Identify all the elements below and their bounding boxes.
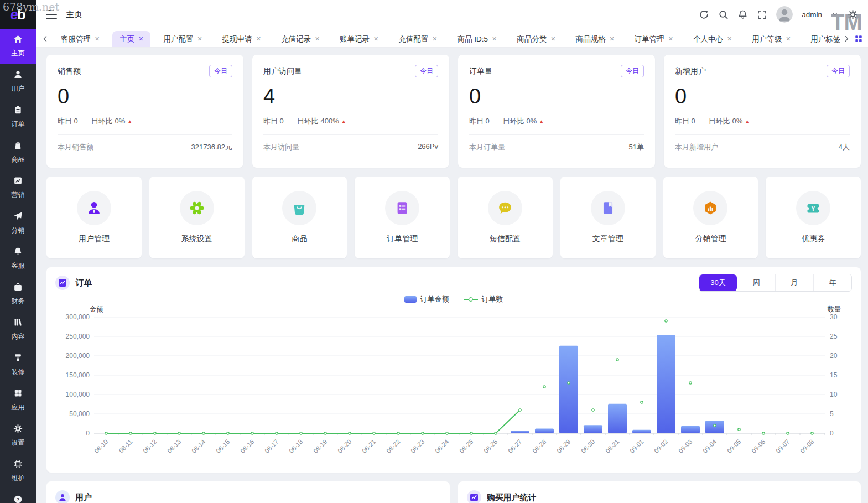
order-clipboard-icon <box>13 105 23 117</box>
stat-footer-label: 本月订单量 <box>469 142 505 152</box>
svg-text:0: 0 <box>830 429 834 437</box>
tab-label: 账单记录 <box>340 34 370 44</box>
quick-action-hex[interactable]: 分销管理 <box>663 177 758 258</box>
user-name[interactable]: admin <box>802 11 822 19</box>
svg-text:09-06: 09-06 <box>750 438 766 454</box>
svg-text:10: 10 <box>830 391 838 398</box>
tab-close-icon[interactable]: ✕ <box>197 36 202 42</box>
sidebar-item-order[interactable]: 订单 <box>0 100 36 135</box>
period-button-0[interactable]: 30天 <box>699 274 737 291</box>
sidebar-item-finance[interactable]: 财务 <box>0 277 36 312</box>
settings-gear-icon[interactable] <box>848 9 858 20</box>
avatar[interactable] <box>776 6 793 23</box>
sidebar-item-survey[interactable]: ?问卷 <box>0 489 36 503</box>
tab-12[interactable]: 用户等级✕ <box>745 31 798 47</box>
legend-order-count[interactable]: 订单数 <box>464 294 503 304</box>
svg-text:200,000: 200,000 <box>66 352 90 360</box>
line-legend-swatch <box>464 299 478 300</box>
tab-close-icon[interactable]: ✕ <box>727 36 732 42</box>
svg-text:50,000: 50,000 <box>69 410 90 418</box>
tab-close-icon[interactable]: ✕ <box>432 36 437 42</box>
period-switcher: 30天周月年 <box>699 274 852 292</box>
quick-action-bag[interactable]: 商品 <box>252 177 347 258</box>
sidebar-item-goods[interactable]: 商品 <box>0 135 36 170</box>
tab-13[interactable]: 用户标签✕ <box>803 31 840 47</box>
svg-text:09-03: 09-03 <box>677 438 693 454</box>
svg-text:20: 20 <box>830 352 838 360</box>
tab-2[interactable]: 用户配置✕ <box>156 31 209 47</box>
tab-11[interactable]: 个人中心✕ <box>686 31 739 47</box>
tab-close-icon[interactable]: ✕ <box>786 36 791 42</box>
search-icon[interactable] <box>718 9 729 20</box>
svg-text:08-18: 08-18 <box>288 438 304 454</box>
apps-grid-icon <box>13 388 23 400</box>
tab-close-icon[interactable]: ✕ <box>315 36 320 42</box>
tab-close-icon[interactable]: ✕ <box>668 36 673 42</box>
tab-9[interactable]: 商品规格✕ <box>568 31 621 47</box>
chevron-down-icon[interactable] <box>831 11 839 18</box>
purchase-stats-panel: 购买用户统计 <box>458 481 861 503</box>
tab-label: 商品规格 <box>575 34 605 44</box>
tab-1[interactable]: 主页✕ <box>112 31 150 47</box>
tabs-scroll-right-icon[interactable] <box>840 30 853 47</box>
period-button-2[interactable]: 月 <box>775 274 813 291</box>
svg-text:09-07: 09-07 <box>775 438 791 454</box>
app-logo[interactable]: eb <box>0 0 36 29</box>
tabs-scroll-left-icon[interactable] <box>39 30 51 47</box>
legend-order-amount[interactable]: 订单金额 <box>404 294 449 304</box>
tab-label: 用户标签 <box>810 34 840 44</box>
tab-3[interactable]: 提现申请✕ <box>215 31 268 47</box>
stat-footer-label: 本月新增用户 <box>675 142 718 152</box>
quick-action-doc[interactable]: 订单管理 <box>355 177 450 258</box>
sidebar-item-marketing[interactable]: 营销 <box>0 170 36 206</box>
orders-panel-header: 订单 30天周月年 <box>55 275 852 291</box>
tab-5[interactable]: 账单记录✕ <box>332 31 386 47</box>
refresh-icon[interactable] <box>699 9 709 20</box>
quick-action-gear[interactable]: 系统设置 <box>149 177 245 258</box>
svg-text:08-11: 08-11 <box>118 438 134 454</box>
tab-8[interactable]: 商品分类✕ <box>510 31 563 47</box>
tab-7[interactable]: 商品 ID:5✕ <box>450 31 505 47</box>
quick-action-user[interactable]: 用户管理 <box>46 177 142 258</box>
sidebar-item-apps[interactable]: 应用 <box>0 383 36 418</box>
period-button-3[interactable]: 年 <box>813 274 851 291</box>
service-bell-icon <box>13 247 23 258</box>
sidebar-item-content[interactable]: 内容 <box>0 312 36 348</box>
svg-text:30: 30 <box>830 313 838 321</box>
tab-close-icon[interactable]: ✕ <box>256 36 261 42</box>
sidebar-item-home[interactable]: 主页 <box>0 29 36 64</box>
sidebar-item-maintenance[interactable]: 维护 <box>0 454 36 489</box>
distribution-hex-icon <box>693 191 727 225</box>
sidebar-item-service[interactable]: 客服 <box>0 241 36 277</box>
sidebar-item-distribution[interactable]: 分销 <box>0 206 36 241</box>
quick-action-ticket[interactable]: ¥优惠券 <box>766 177 861 258</box>
menu-collapse-icon[interactable] <box>46 10 57 19</box>
sidebar-item-user[interactable]: 用户 <box>0 64 36 100</box>
tab-close-icon[interactable]: ✕ <box>492 36 497 42</box>
tab-close-icon[interactable]: ✕ <box>550 36 555 42</box>
fullscreen-icon[interactable] <box>757 9 767 20</box>
tab-label: 充值记录 <box>281 34 311 44</box>
quick-action-book[interactable]: 文章管理 <box>560 177 656 258</box>
bar-legend-swatch <box>404 296 417 303</box>
sidebar-item-decorate[interactable]: 装修 <box>0 348 36 383</box>
svg-text:150,000: 150,000 <box>66 371 90 379</box>
tab-close-icon[interactable]: ✕ <box>609 36 614 42</box>
tabs-menu-icon[interactable] <box>853 30 865 47</box>
tab-10[interactable]: 订单管理✕ <box>627 31 680 47</box>
tab-close-icon[interactable]: ✕ <box>138 36 143 42</box>
tab-6[interactable]: 充值配置✕ <box>391 31 444 47</box>
tab-label: 充值配置 <box>398 34 428 44</box>
users-panel: 用户 <box>46 481 450 503</box>
sidebar-item-settings[interactable]: 设置 <box>0 418 36 454</box>
svg-text:09-01: 09-01 <box>628 438 644 454</box>
tab-4[interactable]: 充值记录✕ <box>274 31 327 47</box>
dashboard-page: eb 主页 admin 客服管理✕主页✕用户配置✕提现申请✕充值记录✕账单记录✕… <box>0 0 868 503</box>
notification-bell-icon[interactable] <box>737 9 748 20</box>
tab-0[interactable]: 客服管理✕ <box>54 31 107 47</box>
stat-footer-value: 266Pv <box>418 142 438 152</box>
tab-close-icon[interactable]: ✕ <box>373 36 378 42</box>
period-button-1[interactable]: 周 <box>737 274 775 291</box>
tab-close-icon[interactable]: ✕ <box>95 36 100 42</box>
quick-action-chat[interactable]: 短信配置 <box>458 177 553 258</box>
